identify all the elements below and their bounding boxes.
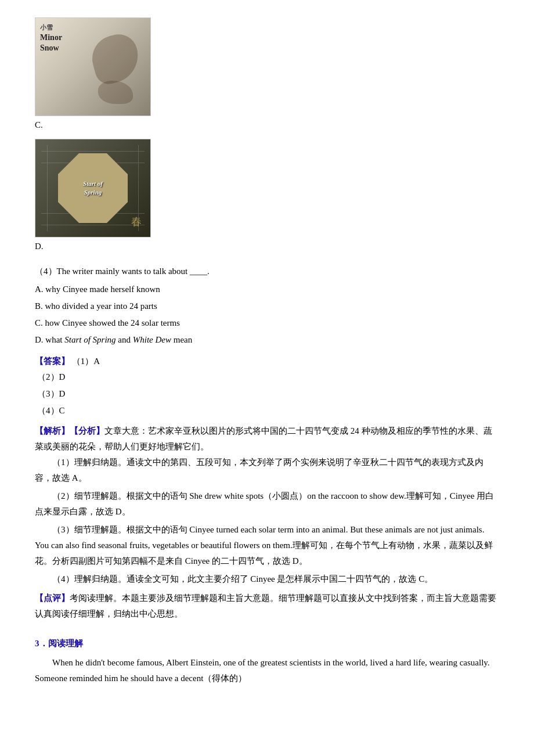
option-4d: D. what Start of Spring and White Dew me… [35,332,499,348]
option-4a: A. why Cinyee made herself known [35,282,499,297]
start-of-spring-text: Start of Spring [83,179,103,197]
option-4c: C. how Cinyee showed the 24 solar terms [35,315,499,331]
octagon-shape: Start of Spring [58,153,128,223]
answer-2: （2）D [37,369,499,385]
section-3-header: 3．阅读理解 [35,636,499,651]
analysis-section: 【解析】【分析】文章大意：艺术家辛亚秋以图片的形式将中国的二十四节气变成 24 … [35,423,499,455]
image-d-container: Start of Spring 春 D. [35,139,499,258]
comment-label: 【点评】 [35,593,70,603]
analysis-sublabel: 【分析】 [70,426,104,435]
question-4: （4）The writer mainly wants to talk about… [35,264,499,279]
answer-1: （1）A [72,357,100,366]
answer-3: （3）D [37,386,499,402]
analysis-para-3: （3）细节理解题。根据文中的语句 Cinyee turned each sola… [35,522,499,569]
image-c-label: C. [35,117,43,133]
answer-label: 【答案】 [35,357,70,366]
section-3-title: 阅读理解 [48,639,83,648]
analysis-label: 【解析】 [35,426,70,435]
image-d: Start of Spring 春 [35,139,151,237]
analysis-para-4: （4）理解归纳题。通读全文可知，此文主要介绍了 Cinyee 是怎样展示中国二十… [35,571,499,587]
italic-white-dew: White Dew [133,335,171,344]
image-c-container: 小雪 Minor Snow C. [35,17,499,136]
minor-snow-chinese: 小雪 [40,24,53,31]
image-d-label: D. [35,239,44,254]
option-4b: B. who divided a year into 24 parts [35,298,499,314]
italic-start-of-spring: Start of Spring [64,335,116,344]
analysis-para-2: （2）细节理解题。根据文中的语句 She drew white spots（小圆… [35,488,499,520]
image-c: 小雪 Minor Snow [35,17,151,116]
section-3-number: 3． [35,639,48,648]
answer-4: （4）C [37,403,499,419]
reading-paragraph-1: When he didn't become famous, Albert Ein… [35,655,499,686]
analysis-para-1: （1）理解归纳题。通读文中的第四、五段可知，本文列举了两个实例来说明了辛亚秋二十… [35,455,499,486]
comment-section: 【点评】考阅读理解。本题主要涉及细节理解题和主旨大意题。细节理解题可以直接从文中… [35,591,499,622]
minor-snow-label: Minor Snow [40,33,62,53]
comment-text: 考阅读理解。本题主要涉及细节理解题和主旨大意题。细节理解题可以直接从文中找到答案… [35,593,496,618]
spring-chinese-char: 春 [131,213,142,231]
minor-snow-chinese-label: 小雪 [40,23,53,33]
answer-section: 【答案】 （1）A [35,354,499,369]
